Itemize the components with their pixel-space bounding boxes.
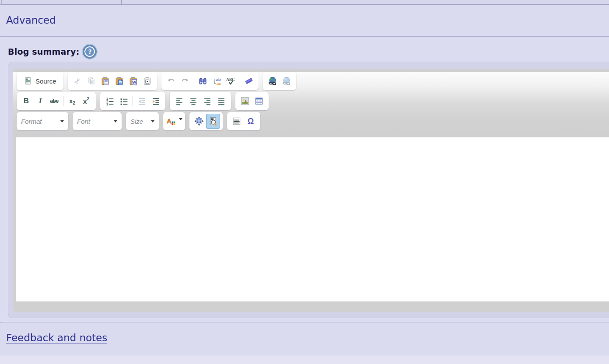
subscript-button[interactable]: x2 [65,94,79,108]
cut-icon[interactable]: ✂ [70,74,84,88]
font-dropdown-value: Font [77,118,90,125]
omega-glyph: Ω [248,117,254,126]
subscript-base-glyph: x [69,97,73,105]
toolbar-row-2: B I abc x2 x2 123 [13,92,609,110]
find-icon[interactable] [196,74,210,88]
toolbar-group-basicstyles: B I abc x2 x2 [17,92,96,110]
section-feedback: Feedback and notes [0,323,609,355]
bulleted-list-icon[interactable] [117,94,131,108]
feedback-link[interactable]: Feedback and notes [6,332,107,343]
remove-format-icon[interactable] [242,74,256,88]
section-blog-summary: Blog summary: ? Source [0,37,609,322]
toolbar-group-insert [235,92,269,110]
toolbar-group-special: Ω [227,112,260,130]
align-right-icon[interactable] [200,94,214,108]
paste-special-icon[interactable] [140,74,154,88]
word-w-glyph: W [132,79,136,84]
format-dropdown[interactable]: Format [17,112,68,130]
image-icon[interactable] [238,94,252,108]
chevron-down-icon [60,120,64,122]
table-cell-divider [121,0,122,5]
font-dropdown[interactable]: Font [73,112,122,130]
editor-resize-bar[interactable] [13,301,609,312]
justify-icon[interactable] [214,94,228,108]
toolbar-group-source: Source [17,72,63,90]
italic-glyph: I [39,97,42,105]
superscript-mark-glyph: 2 [87,96,89,101]
text-color-glyph: A [167,117,172,125]
spell-check-icon[interactable]: ABC [224,74,238,88]
superscript-base-glyph: x [83,98,87,105]
toolbar-separator [63,96,63,106]
link-icon[interactable] [266,74,280,88]
subscript-mark-glyph: 2 [73,101,75,105]
chevron-down-icon [114,120,117,122]
superscript-button[interactable]: x2 [79,94,93,108]
toolbar-row-1: Source ✂ [13,72,609,90]
toolbar-group-clipboard: ✂ W [68,72,157,90]
editor-container: Source ✂ [8,62,609,318]
source-document-icon [24,77,32,85]
blog-summary-label: Blog summary: [8,47,79,56]
format-dropdown-value: Format [21,118,42,125]
paste-icon[interactable] [98,74,112,88]
table-icon[interactable] [252,94,266,108]
toolbar-group-align [170,92,231,110]
size-dropdown-value: Size [130,118,143,125]
blog-summary-header: Blog summary: ? [0,37,609,60]
toolbar-group-color: A [163,112,185,130]
toolbar-separator [194,76,194,86]
special-character-icon[interactable]: Ω [244,114,258,129]
indent-icon[interactable] [149,94,163,108]
editor-toolbar: Source ✂ [13,72,609,137]
toolbar-group-link [263,72,296,90]
horizontal-rule-icon[interactable] [230,114,244,129]
top-table-strip [0,0,609,5]
size-dropdown[interactable]: Size [126,112,159,130]
cut-glyph: ✂ [71,75,83,87]
toolbar-group-tools [189,112,223,130]
help-icon[interactable]: ? [84,46,95,57]
preview-button[interactable] [206,114,220,129]
toolbar-separator [133,96,133,106]
editor-chrome: Source ✂ [13,69,609,312]
editor-content[interactable] [16,137,609,301]
replace-bottom-glyph: ac [217,81,221,85]
advanced-link[interactable]: Advanced [6,14,56,26]
align-left-icon[interactable] [172,94,186,108]
toolbar-group-lists: 123 [100,92,165,110]
maximize-icon[interactable] [192,114,206,129]
strike-glyph: abc [50,98,58,104]
bold-button[interactable]: B [19,94,33,108]
undo-icon[interactable] [164,74,178,88]
strikethrough-button[interactable]: abc [47,94,61,108]
text-color-button[interactable]: A [166,114,182,129]
replace-icon[interactable]: abac [210,74,224,88]
bottom-strip [0,356,609,364]
italic-button[interactable]: I [33,94,47,108]
toolbar-row-3: Format Font Size A [13,112,609,130]
bold-glyph: B [24,97,29,105]
toolbar-separator [240,76,240,86]
outdent-icon[interactable] [135,94,149,108]
numbered-list-icon[interactable]: 123 [103,94,117,108]
spellcheck-glyph: ABC [226,77,235,82]
section-advanced: Advanced [0,5,609,37]
paste-from-word-icon[interactable]: W [126,74,140,88]
copy-icon[interactable] [84,74,98,88]
paste-text-icon[interactable] [112,74,126,88]
toolbar-group-undo-find: abac ABC [161,72,259,90]
source-button[interactable]: Source [19,74,61,88]
list-num3-glyph: 3 [106,102,108,105]
redo-icon[interactable] [178,74,192,88]
unlink-icon[interactable] [280,74,294,88]
chevron-down-icon [179,118,182,120]
align-center-icon[interactable] [186,94,200,108]
source-button-label: Source [35,77,56,85]
chevron-down-icon [151,120,154,122]
